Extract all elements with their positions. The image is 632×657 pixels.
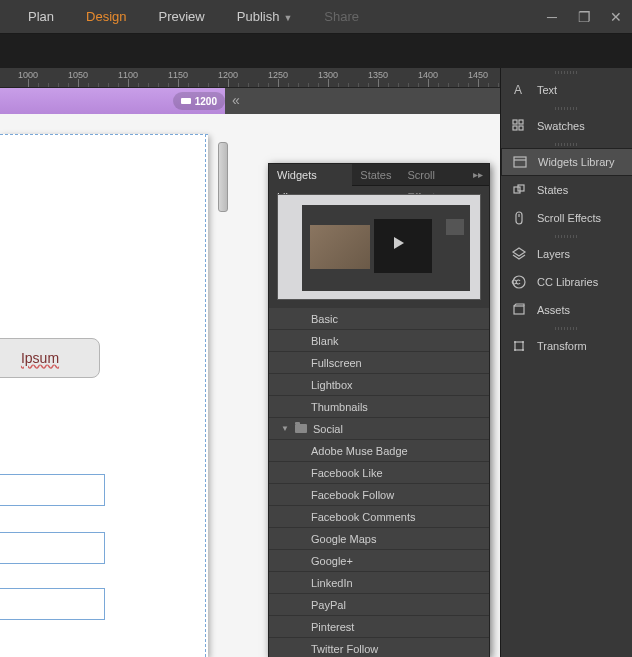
dock-item-states[interactable]: States [501, 176, 632, 204]
cc-icon [511, 274, 527, 290]
form-field-2[interactable] [0, 532, 105, 564]
widget-item[interactable]: Pinterest [269, 616, 489, 638]
breakpoint-badge[interactable]: 1200 [173, 92, 225, 110]
play-icon [394, 237, 404, 249]
widget-item-label: Thumbnails [311, 401, 368, 413]
dock-separator [501, 104, 632, 112]
widget-item-label: Twitter Follow [311, 643, 378, 655]
widget-item[interactable]: Lightbox [269, 374, 489, 396]
widget-item[interactable]: Blank [269, 330, 489, 352]
dock-item-assets[interactable]: Assets [501, 296, 632, 324]
widget-item[interactable]: Google Maps [269, 528, 489, 550]
text-widget[interactable]: Ipsum [0, 338, 100, 378]
widget-item-label: Facebook Comments [311, 511, 416, 523]
widget-preview-thumbnail[interactable] [277, 194, 481, 300]
assets-icon [511, 302, 527, 318]
folder-icon [295, 424, 307, 433]
widgets-icon [512, 154, 528, 170]
dock-separator [501, 324, 632, 332]
chevron-down-icon: ▼ [281, 424, 289, 433]
menu-plan[interactable]: Plan [12, 0, 70, 34]
widget-item[interactable]: Google+ [269, 550, 489, 572]
widget-item-label: Social [313, 423, 343, 435]
states-icon [511, 182, 527, 198]
widget-item[interactable]: Twitter Follow [269, 638, 489, 657]
layers-icon [511, 246, 527, 262]
dock-item-swatches[interactable]: Swatches [501, 112, 632, 140]
dock-item-label: States [537, 184, 568, 196]
menu-share: Share [308, 0, 375, 34]
widget-item-label: Facebook Like [311, 467, 383, 479]
svg-point-14 [514, 341, 516, 343]
widget-item-label: Google+ [311, 555, 353, 567]
form-field-3[interactable] [0, 588, 105, 620]
breakpoint-region[interactable]: 1200 [0, 88, 225, 114]
svg-rect-13 [515, 342, 523, 350]
dock-item-label: Scroll Effects [537, 212, 601, 224]
panel-tab-widgets-library[interactable]: Widgets Library [269, 164, 352, 186]
scroll-handle[interactable] [218, 142, 228, 212]
chevron-down-icon: ▼ [283, 13, 292, 23]
panel-expand-icon[interactable]: ▸▸ [467, 169, 489, 180]
svg-point-17 [522, 349, 524, 351]
widgets-library-panel: Widgets LibraryStatesScroll Effect▸▸ Bas… [268, 163, 490, 657]
dock-separator [501, 232, 632, 240]
dock-separator [501, 140, 632, 148]
maximize-button[interactable]: ❐ [568, 0, 600, 34]
menu-design[interactable]: Design [70, 0, 142, 34]
widget-item-label: Google Maps [311, 533, 376, 545]
widget-list[interactable]: BasicBlankFullscreenLightboxThumbnails▼S… [269, 308, 489, 657]
widget-item-label: Lightbox [311, 379, 353, 391]
dock-item-scroll-effects[interactable]: Scroll Effects [501, 204, 632, 232]
minimize-button[interactable]: ─ [536, 0, 568, 34]
svg-rect-7 [514, 187, 520, 193]
widget-folder[interactable]: ▼Social [269, 418, 489, 440]
dock-item-transform[interactable]: Transform [501, 332, 632, 360]
widget-preview [269, 186, 489, 308]
close-button[interactable]: ✕ [600, 0, 632, 34]
widget-item-label: LinkedIn [311, 577, 353, 589]
widget-item[interactable]: PayPal [269, 594, 489, 616]
page-artboard[interactable] [0, 134, 208, 657]
svg-rect-9 [516, 212, 522, 224]
widget-item[interactable]: Facebook Comments [269, 506, 489, 528]
dock-item-label: Layers [537, 248, 570, 260]
menu-preview[interactable]: Preview [143, 0, 221, 34]
svg-rect-8 [518, 185, 524, 191]
guide-vertical[interactable] [205, 134, 206, 657]
right-panel-dock: ATextSwatchesWidgets LibraryStatesScroll… [500, 68, 632, 657]
widget-item[interactable]: Facebook Follow [269, 484, 489, 506]
scroll-icon [511, 210, 527, 226]
dock-item-label: Transform [537, 340, 587, 352]
breakpoint-value: 1200 [195, 96, 217, 107]
dock-item-widgets-library[interactable]: Widgets Library [501, 148, 632, 176]
svg-point-15 [522, 341, 524, 343]
svg-point-11 [513, 276, 525, 288]
guide-horizontal[interactable] [0, 134, 208, 135]
widget-item[interactable]: Fullscreen [269, 352, 489, 374]
svg-rect-2 [519, 120, 523, 124]
widget-item-label: Basic [311, 313, 338, 325]
dock-item-label: CC Libraries [537, 276, 598, 288]
widget-item-label: Pinterest [311, 621, 354, 633]
dock-item-label: Assets [537, 304, 570, 316]
widget-item[interactable]: Facebook Like [269, 462, 489, 484]
widget-item[interactable]: Basic [269, 308, 489, 330]
form-field-1[interactable] [0, 474, 105, 506]
widget-item-label: Adobe Muse Badge [311, 445, 408, 457]
dock-item-text[interactable]: AText [501, 76, 632, 104]
widget-item-label: Fullscreen [311, 357, 362, 369]
panel-tab-scroll-effect[interactable]: Scroll Effect [399, 164, 467, 186]
menu-publish[interactable]: Publish▼ [221, 0, 309, 34]
svg-rect-12 [514, 306, 524, 314]
widget-item[interactable]: Thumbnails [269, 396, 489, 418]
dock-item-layers[interactable]: Layers [501, 240, 632, 268]
svg-text:A: A [514, 83, 522, 97]
panel-tab-states[interactable]: States [352, 164, 399, 186]
dock-item-cc-libraries[interactable]: CC Libraries [501, 268, 632, 296]
widget-item[interactable]: LinkedIn [269, 572, 489, 594]
widget-item-label: PayPal [311, 599, 346, 611]
svg-rect-3 [513, 126, 517, 130]
collapse-arrow-icon[interactable]: « [232, 92, 240, 108]
widget-item[interactable]: Adobe Muse Badge [269, 440, 489, 462]
